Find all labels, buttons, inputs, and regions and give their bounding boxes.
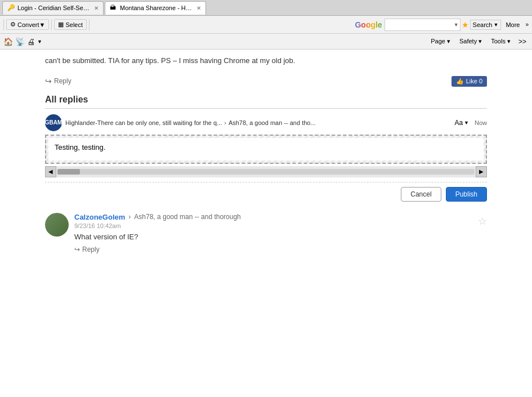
safety-label: Safety ▾	[459, 38, 482, 45]
tab-favicon-login: 🔑	[7, 4, 15, 12]
page-button[interactable]: Page ▾	[427, 36, 454, 47]
main-content: can't be submitted. TIA for any tips. PS…	[0, 50, 532, 397]
font-selector-arrow: ▼	[464, 120, 469, 126]
breadcrumb-to: Ash78, a good man -- and tho...	[229, 119, 316, 126]
thread-avatar-initials: GBAM	[45, 119, 62, 126]
scrollbar-track	[57, 169, 475, 175]
calzone-author-line: CalzoneGolem › Ash78, a good man -- and …	[74, 213, 472, 221]
text-editor[interactable]: Testing, testing.	[48, 138, 484, 160]
fb-like-label: Like 0	[466, 78, 482, 84]
tab-close-montana[interactable]: ✕	[196, 5, 201, 11]
tab-title-login: Login - Ceridian Self-Servi...	[17, 5, 91, 11]
calzone-star-col: ☆	[478, 213, 487, 253]
page-label: Page ▾	[431, 38, 450, 45]
all-replies-title: All replies	[45, 95, 487, 105]
select-icon: ▦	[58, 21, 64, 28]
search-label: Search	[473, 21, 493, 28]
calzone-to-arrow: ›	[128, 213, 131, 221]
tab-montana[interactable]: 🏔 Montana Sharezone - Ho... ✕	[105, 1, 206, 15]
rss-icon[interactable]: 📡	[15, 37, 25, 46]
calzone-avatar	[45, 213, 69, 237]
thread-avatar: GBAM	[45, 114, 62, 131]
editor-scrollbar[interactable]: ◀ ▶	[45, 166, 487, 177]
scrollbar-right-button[interactable]: ▶	[476, 166, 487, 177]
calzone-comment-body: CalzoneGolem › Ash78, a good man -- and …	[74, 213, 472, 253]
calzone-recipient: Ash78, a good man -- and thorough	[134, 213, 240, 221]
search-star-icon: ★	[462, 20, 469, 29]
comment-header: GBAM Highlander-There can be only one, s…	[45, 114, 487, 131]
comment-thread: GBAM Highlander-There can be only one, s…	[45, 114, 487, 202]
breadcrumb-from: Highlander-There can be only one, still …	[65, 119, 222, 126]
editor-divider	[45, 182, 487, 182]
select-button[interactable]: ▦ Select	[54, 19, 87, 30]
comment-time: Now	[475, 119, 487, 126]
replies-divider	[45, 108, 487, 109]
select-label: Select	[65, 21, 83, 28]
editor-content: Testing, testing.	[55, 143, 105, 151]
calzone-reply-arrow-icon: ↪	[74, 246, 80, 253]
convert-arrow-icon: ▼	[39, 21, 46, 28]
tools-label: Tools ▾	[491, 38, 511, 45]
reply-link[interactable]: ↪ Reply	[45, 77, 71, 86]
star-bookmark-icon[interactable]: ☆	[478, 215, 487, 228]
calzone-reply-label: Reply	[82, 246, 100, 253]
calzone-text: What version of IE?	[74, 233, 472, 241]
scrollbar-left-button[interactable]: ◀	[45, 166, 56, 177]
home-icon[interactable]: 🏠	[3, 37, 13, 46]
breadcrumb-arrow-icon: ›	[224, 119, 226, 126]
convert-label: Convert	[17, 21, 39, 28]
calzone-avatar-image	[45, 213, 69, 237]
calzone-timestamp: 9/23/16 10:42am	[74, 222, 472, 229]
tab-favicon-montana: 🏔	[110, 4, 118, 12]
convert-button[interactable]: ⚙ Convert ▼	[6, 19, 49, 30]
tab-login[interactable]: 🔑 Login - Ceridian Self-Servi... ✕	[2, 1, 104, 15]
all-replies-section: All replies	[45, 95, 487, 109]
browser-tabs-row: 🔑 Login - Ceridian Self-Servi... ✕ 🏔 Mon…	[0, 0, 532, 16]
toolbar-separator-1	[3, 19, 4, 30]
reply-arrow-icon: ↪	[45, 77, 52, 86]
comment-header-left: GBAM Highlander-There can be only one, s…	[45, 114, 316, 131]
browser-toolbar: ⚙ Convert ▼ ▦ Select Google ▼ ★ Search ▼…	[0, 16, 532, 34]
scrollbar-thumb[interactable]	[57, 169, 80, 175]
tools-button[interactable]: Tools ▾	[488, 36, 514, 47]
search-input-wrap: ▼	[385, 19, 461, 31]
fb-thumbs-icon: 👍	[456, 78, 464, 85]
publish-button[interactable]: Publish	[446, 187, 487, 202]
convert-icon: ⚙	[10, 21, 16, 28]
reply-like-row: ↪ Reply 👍 Like 0	[45, 76, 487, 87]
google-logo: Google	[355, 20, 382, 29]
cancel-button[interactable]: Cancel	[401, 187, 441, 202]
calzone-author[interactable]: CalzoneGolem	[74, 213, 125, 221]
more-button[interactable]: More	[502, 20, 523, 29]
calzone-comment-item: CalzoneGolem › Ash78, a good man -- and …	[45, 213, 487, 253]
tab-title-montana: Montana Sharezone - Ho...	[120, 5, 193, 11]
search-dropdown-icon[interactable]: ▼	[453, 22, 460, 28]
toolbar-separator-2	[51, 19, 52, 30]
search-btn-arrow: ▼	[493, 22, 498, 28]
safety-button[interactable]: Safety ▾	[456, 36, 485, 47]
calzone-reply-link[interactable]: ↪ Reply	[74, 246, 472, 253]
font-selector[interactable]: Aa ▼	[454, 119, 469, 127]
toolbar-separator-3	[89, 19, 90, 30]
tab-close-login[interactable]: ✕	[94, 5, 99, 11]
print-arrow-icon[interactable]: ▼	[37, 39, 42, 44]
google-search-area: Google ▼ ★ Search ▼ More »	[355, 19, 530, 31]
breadcrumb-nav: Highlander-There can be only one, still …	[65, 119, 316, 126]
text-editor-wrap: Testing, testing.	[45, 135, 487, 164]
more-arrow-icon[interactable]: »	[524, 21, 530, 28]
search-button[interactable]: Search ▼	[470, 20, 502, 30]
ie-toolbar: 🏠 📡 🖨 ▼ Page ▾ Safety ▾ Tools ▾ >>	[0, 34, 532, 50]
reply-label: Reply	[54, 77, 71, 85]
search-input[interactable]	[385, 21, 453, 28]
extra-tools-icon[interactable]: >>	[516, 37, 529, 47]
font-aa-label: Aa	[454, 119, 463, 127]
intro-text: can't be submitted. TIA for any tips. PS…	[45, 55, 487, 67]
editor-actions: Cancel Publish	[45, 187, 487, 202]
facebook-like-button[interactable]: 👍 Like 0	[451, 76, 487, 87]
print-icon[interactable]: 🖨	[27, 37, 35, 46]
